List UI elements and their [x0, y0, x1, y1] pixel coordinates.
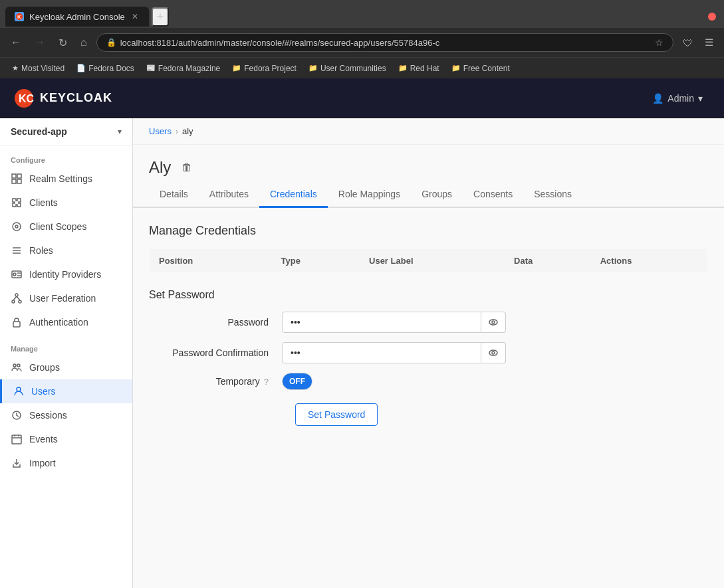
- tab-consents[interactable]: Consents: [463, 182, 523, 208]
- sidebar-item-identity-providers[interactable]: Identity Providers: [0, 262, 132, 286]
- sidebar-item-label: Sessions: [29, 410, 67, 421]
- bookmark-most-visited[interactable]: ★ Most Visited: [7, 62, 70, 75]
- sidebar-item-realm-settings[interactable]: Realm Settings: [0, 167, 132, 191]
- window-close-button[interactable]: [708, 13, 716, 21]
- tab-bar: K Keycloak Admin Console ✕ +: [0, 0, 724, 28]
- temporary-row: Temporary ? OFF: [149, 373, 708, 390]
- svg-rect-5: [17, 174, 21, 178]
- sidebar-item-label: Users: [31, 386, 56, 397]
- breadcrumb-users-link[interactable]: Users: [149, 126, 172, 136]
- active-tab[interactable]: K Keycloak Admin Console ✕: [5, 7, 149, 27]
- id-icon: [11, 268, 23, 280]
- delete-user-button[interactable]: 🗑: [179, 159, 195, 176]
- sidebar-item-label: Clients: [29, 197, 58, 208]
- bookmark-fedora-project[interactable]: 📁 Fedora Project: [227, 62, 302, 75]
- forward-button[interactable]: →: [31, 34, 49, 51]
- menu-button[interactable]: ☰: [701, 34, 717, 51]
- bookmark-label: Most Visited: [21, 64, 64, 73]
- realm-selector[interactable]: Secured-app ▾: [0, 118, 132, 146]
- grid-icon: [11, 173, 23, 185]
- svg-text:K: K: [17, 14, 21, 20]
- tab-close-button[interactable]: ✕: [130, 11, 140, 23]
- breadcrumb-current: aly: [182, 126, 193, 136]
- back-button[interactable]: ←: [7, 34, 25, 51]
- tab-details[interactable]: Details: [149, 182, 199, 208]
- tab-sessions[interactable]: Sessions: [523, 182, 582, 208]
- bookmark-user-communities[interactable]: 📁 User Communities: [303, 62, 392, 75]
- password-confirmation-row: Password Confirmation: [149, 342, 708, 363]
- keycloak-logo-icon: KC: [13, 88, 35, 109]
- navigation-bar: ← → ↻ ⌂ 🔒 localhost:8181/auth/admin/mast…: [0, 28, 724, 57]
- logo-text: KEYCLOAK: [40, 91, 112, 105]
- bookmark-label: Fedora Project: [244, 64, 297, 73]
- svg-point-33: [489, 350, 497, 355]
- password-confirmation-input[interactable]: [282, 342, 481, 363]
- temporary-toggle-wrap: OFF: [282, 373, 312, 390]
- admin-menu-button[interactable]: 👤 Admin ▾: [644, 89, 711, 108]
- home-button[interactable]: ⌂: [76, 34, 91, 51]
- set-password-button[interactable]: Set Password: [295, 403, 378, 426]
- svg-point-17: [15, 294, 18, 296]
- app-body: Secured-app ▾ Configure Realm Settings C…: [0, 118, 724, 588]
- refresh-button[interactable]: ↻: [55, 34, 71, 52]
- page-header: Aly 🗑: [133, 145, 724, 182]
- temporary-label: Temporary: [216, 376, 260, 387]
- admin-chevron-icon: ▾: [698, 93, 703, 104]
- bookmark-label: User Communities: [320, 64, 386, 73]
- password-confirmation-toggle-button[interactable]: [481, 342, 506, 363]
- user-icon: [13, 385, 25, 397]
- trash-icon: 🗑: [181, 161, 192, 173]
- calendar-icon: [11, 433, 23, 445]
- sidebar-item-label: Realm Settings: [29, 173, 92, 184]
- svg-point-14: [13, 273, 16, 276]
- svg-point-34: [492, 351, 495, 354]
- shield-icon[interactable]: 🛡: [679, 34, 697, 51]
- sidebar-item-client-scopes[interactable]: Client Scopes: [0, 215, 132, 239]
- sidebar-item-events[interactable]: Events: [0, 427, 132, 451]
- sidebar-item-label: Import: [29, 458, 56, 468]
- svg-rect-7: [17, 179, 21, 183]
- admin-label: Admin: [667, 93, 694, 104]
- temporary-toggle[interactable]: OFF: [282, 373, 312, 390]
- sidebar-item-clients[interactable]: Clients: [0, 191, 132, 215]
- svg-point-19: [19, 300, 21, 303]
- svg-line-21: [17, 296, 20, 300]
- tab-role-mappings[interactable]: Role Mappings: [328, 182, 411, 208]
- scope-icon: [11, 221, 23, 233]
- bookmark-red-hat[interactable]: 📁 Red Hat: [393, 62, 445, 75]
- temporary-help-icon[interactable]: ?: [264, 377, 269, 387]
- column-type: Type: [272, 249, 360, 273]
- tab-attributes[interactable]: Attributes: [199, 182, 259, 208]
- configure-section-label: Configure: [0, 146, 132, 167]
- bookmark-fedora-magazine[interactable]: 📰 Fedora Magazine: [141, 62, 225, 75]
- bookmark-fedora-docs[interactable]: 📄 Fedora Docs: [71, 62, 140, 75]
- bookmark-free-content[interactable]: 📁 Free Content: [446, 62, 515, 75]
- sidebar-item-groups[interactable]: Groups: [0, 355, 132, 379]
- sidebar-item-users[interactable]: Users: [0, 379, 132, 403]
- sidebar-item-sessions[interactable]: Sessions: [0, 403, 132, 427]
- column-position: Position: [150, 249, 272, 273]
- sidebar-item-user-federation[interactable]: User Federation: [0, 286, 132, 310]
- tab-credentials[interactable]: Credentials: [259, 182, 328, 208]
- sidebar-item-authentication[interactable]: Authentication: [0, 310, 132, 334]
- svg-rect-22: [13, 322, 20, 327]
- temporary-label-wrap: Temporary ?: [149, 376, 282, 387]
- password-toggle-visibility-button[interactable]: [481, 312, 506, 333]
- new-tab-button[interactable]: +: [152, 7, 170, 27]
- bookmark-label: Red Hat: [410, 64, 439, 73]
- sidebar-item-roles[interactable]: Roles: [0, 239, 132, 262]
- admin-user-icon: 👤: [652, 93, 664, 104]
- sidebar-item-import[interactable]: Import: [0, 451, 132, 475]
- bookmark-label: Free Content: [463, 64, 510, 73]
- svg-point-25: [17, 387, 21, 391]
- star-icon: ★: [12, 64, 19, 72]
- bookmarks-bar: ★ Most Visited 📄 Fedora Docs 📰 Fedora Ma…: [0, 57, 724, 78]
- folder-icon: 📁: [451, 64, 461, 72]
- tab-groups[interactable]: Groups: [411, 182, 463, 208]
- sidebar-item-label: Identity Providers: [29, 269, 101, 280]
- address-bar[interactable]: 🔒 localhost:8181/auth/admin/master/conso…: [96, 33, 673, 52]
- password-input[interactable]: [282, 312, 481, 333]
- header-right: 👤 Admin ▾: [644, 89, 711, 108]
- bookmark-star-icon[interactable]: ☆: [655, 37, 664, 48]
- manage-section-label: Manage: [0, 334, 132, 355]
